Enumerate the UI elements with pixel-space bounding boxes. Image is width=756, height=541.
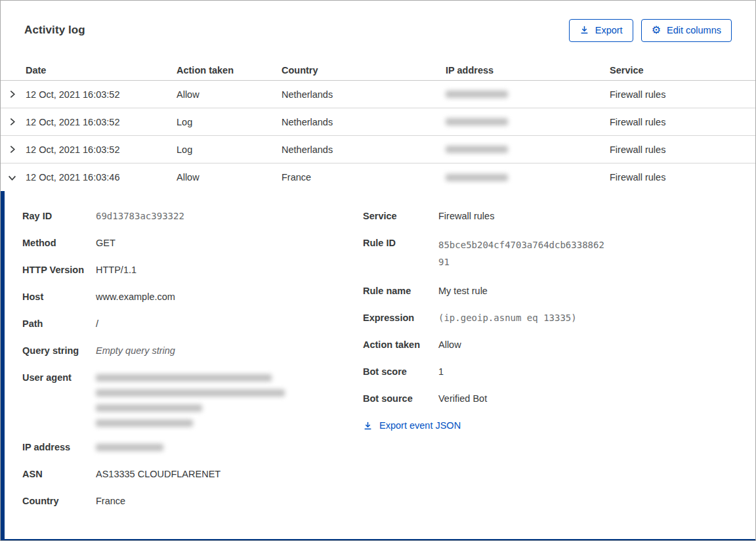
column-header-action-taken: Action taken bbox=[177, 65, 282, 76]
topbar-actions: Export ⚙ Edit columns bbox=[569, 19, 732, 42]
export-button-label: Export bbox=[595, 24, 623, 36]
detail-row-query-string: Query string Empty query string bbox=[22, 344, 363, 357]
detail-column-left: Ray ID 69d13783ac393322 Method GET HTTP … bbox=[22, 209, 363, 539]
cell-country: Netherlands bbox=[282, 89, 446, 100]
cell-action: Allow bbox=[177, 172, 282, 183]
cell-service: Firewall rules bbox=[610, 89, 755, 100]
table-row[interactable]: 12 Oct, 2021 16:03:52 Log Netherlands Fi… bbox=[1, 136, 755, 163]
detail-row-host: Host www.example.com bbox=[22, 290, 363, 303]
cell-ip-redacted bbox=[446, 91, 610, 98]
detail-row-country: Country France bbox=[22, 494, 363, 508]
detail-row-action-taken: Action taken Allow bbox=[363, 338, 732, 351]
detail-row-rule-name: Rule name My test rule bbox=[363, 284, 732, 297]
table-header: Date Action taken Country IP address Ser… bbox=[1, 60, 755, 81]
detail-row-service: Service Firewall rules bbox=[363, 209, 732, 223]
detail-row-method: Method GET bbox=[22, 236, 363, 249]
ip-address-redacted bbox=[96, 441, 163, 454]
table-row-expanded[interactable]: 12 Oct, 2021 16:03:46 Allow France Firew… bbox=[1, 163, 755, 191]
column-header-date: Date bbox=[26, 65, 177, 76]
gear-icon: ⚙ bbox=[652, 26, 661, 35]
detail-row-bot-source: Bot source Verified Bot bbox=[363, 392, 732, 405]
cell-service: Firewall rules bbox=[610, 172, 755, 183]
cell-action: Allow bbox=[177, 89, 282, 100]
detail-row-ip-address: IP address bbox=[22, 441, 363, 454]
topbar: Activity log Export ⚙ Edit columns bbox=[1, 1, 755, 60]
detail-row-ray-id: Ray ID 69d13783ac393322 bbox=[22, 209, 363, 223]
user-agent-redacted bbox=[96, 371, 285, 427]
detail-row-rule-id: Rule ID 85bce5b204cf4703a764dcb633886291 bbox=[363, 236, 732, 270]
event-detail-panel: Ray ID 69d13783ac393322 Method GET HTTP … bbox=[1, 191, 755, 540]
cell-date: 12 Oct, 2021 16:03:52 bbox=[26, 89, 177, 100]
detail-column-right: Service Firewall rules Rule ID 85bce5b20… bbox=[363, 209, 732, 539]
detail-row-http-version: HTTP Version HTTP/1.1 bbox=[22, 263, 363, 276]
cell-date: 12 Oct, 2021 16:03:52 bbox=[26, 144, 177, 155]
export-event-json-label: Export event JSON bbox=[379, 419, 461, 432]
column-header-country: Country bbox=[282, 65, 446, 76]
cell-ip-redacted bbox=[446, 118, 610, 125]
chevron-right-icon[interactable] bbox=[1, 145, 26, 154]
chevron-right-icon[interactable] bbox=[1, 90, 26, 98]
cell-action: Log bbox=[177, 117, 282, 127]
detail-row-asn: ASN AS13335 CLOUDFLARENET bbox=[22, 467, 363, 481]
export-event-json-link[interactable]: Export event JSON bbox=[363, 419, 461, 432]
detail-row-expression: Expression (ip.geoip.asnum eq 13335) bbox=[363, 311, 732, 324]
edit-columns-button-label: Edit columns bbox=[667, 24, 721, 36]
download-icon bbox=[363, 421, 373, 431]
chevron-right-icon[interactable] bbox=[1, 118, 26, 126]
cell-ip-redacted bbox=[446, 174, 610, 181]
detail-row-bot-score: Bot score 1 bbox=[363, 365, 732, 378]
cell-country: Netherlands bbox=[282, 144, 446, 155]
cell-service: Firewall rules bbox=[610, 117, 755, 127]
activity-log-page: Activity log Export ⚙ Edit columns Date … bbox=[0, 0, 756, 541]
chevron-down-icon[interactable] bbox=[1, 173, 26, 182]
table-row[interactable]: 12 Oct, 2021 16:03:52 Allow Netherlands … bbox=[1, 81, 755, 108]
edit-columns-button[interactable]: ⚙ Edit columns bbox=[641, 19, 732, 42]
detail-row-user-agent: User agent bbox=[22, 371, 363, 427]
table-row[interactable]: 12 Oct, 2021 16:03:52 Log Netherlands Fi… bbox=[1, 108, 755, 136]
detail-row-path: Path / bbox=[22, 317, 363, 330]
page-title: Activity log bbox=[24, 24, 85, 37]
cell-country: Netherlands bbox=[282, 117, 446, 127]
cell-action: Log bbox=[177, 144, 282, 155]
cell-ip-redacted bbox=[446, 146, 610, 153]
cell-date: 12 Oct, 2021 16:03:52 bbox=[26, 117, 177, 127]
column-header-service: Service bbox=[610, 65, 755, 76]
cell-service: Firewall rules bbox=[610, 144, 755, 155]
cell-date: 12 Oct, 2021 16:03:46 bbox=[26, 172, 177, 183]
export-button[interactable]: Export bbox=[569, 19, 633, 42]
column-header-ip-address: IP address bbox=[446, 65, 610, 76]
download-icon bbox=[579, 25, 589, 35]
cell-country: France bbox=[282, 172, 446, 183]
